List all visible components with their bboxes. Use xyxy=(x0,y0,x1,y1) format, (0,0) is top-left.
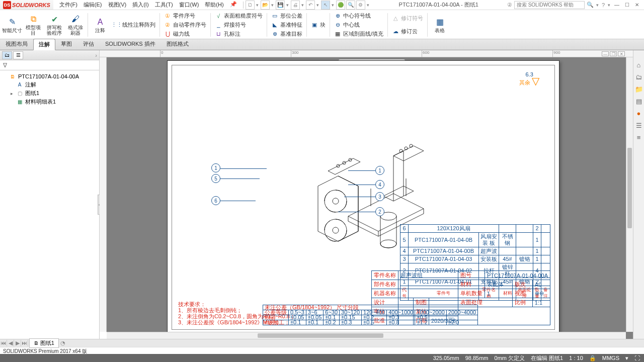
panel-tab-feature-tree-icon[interactable]: 🗂 xyxy=(2,51,12,59)
sheet-nav-first-icon[interactable]: ⏮ xyxy=(0,340,7,346)
datum-target-button[interactable]: ⊕基准目标 xyxy=(269,30,304,38)
weld-symbol-button[interactable]: ⎯焊接符号 xyxy=(213,21,265,29)
qa-undo-icon[interactable]: ↶ xyxy=(306,1,315,10)
balloon-4r[interactable]: 4 xyxy=(375,180,384,189)
menu-pin-icon[interactable]: 📌 xyxy=(228,0,239,10)
gw-close-icon[interactable]: ✕ xyxy=(618,51,625,56)
blocks-button[interactable]: ▣块 xyxy=(309,21,328,29)
balloon-1r[interactable]: 1 xyxy=(375,166,384,175)
tree-root[interactable]: 🗎PTC171007A-01-04-00A xyxy=(1,72,98,80)
add-sheet-button[interactable]: ◔ xyxy=(59,340,67,346)
spell-check-button[interactable]: ✔拼写检 验程序 xyxy=(44,11,64,39)
menu-window[interactable]: 窗口(W) xyxy=(177,0,201,10)
datum-button[interactable]: ◣基准特征 xyxy=(269,21,304,29)
balloon-1l[interactable]: 1 xyxy=(211,163,220,172)
tab-addins[interactable]: SOLIDWORKS 插件 xyxy=(100,38,161,50)
tree-sheet1[interactable]: ▸▢图纸1 xyxy=(1,89,98,98)
qa-options-dropdown[interactable]: ▾ xyxy=(366,3,370,8)
menu-help[interactable]: 帮助(H) xyxy=(203,0,225,10)
tp-appearances-icon[interactable]: ● xyxy=(634,109,643,118)
gtol-button[interactable]: ▭形位公差 xyxy=(269,12,304,20)
auto-balloon-button[interactable]: ②自动零件序号 xyxy=(162,21,208,29)
search-icon[interactable]: 🔍 xyxy=(587,2,594,8)
help-search-glyph-icon: ② xyxy=(507,2,512,8)
gw-minimize-icon[interactable]: — xyxy=(602,51,609,56)
qa-select-icon[interactable]: ↖ xyxy=(321,1,330,10)
menu-file[interactable]: 文件(F) xyxy=(57,0,79,10)
menu-view[interactable]: 视图(V) xyxy=(106,0,129,10)
qa-print-dropdown[interactable]: ▾ xyxy=(301,3,305,8)
scrollbar-horizontal[interactable] xyxy=(107,332,626,339)
balloon-3r[interactable]: 3 xyxy=(375,192,384,201)
linear-pattern-button[interactable]: ⋮⋮线性注释阵列 xyxy=(111,21,157,29)
sheet-nav-prev-icon[interactable]: ◀ xyxy=(7,340,14,346)
qa-select-dropdown[interactable]: ▾ xyxy=(331,3,335,8)
whatsthis-icon[interactable]: ? xyxy=(602,2,605,8)
model-items-button[interactable]: ⧉模型项 目 xyxy=(23,11,43,39)
centerline-button[interactable]: ⊖中心线 xyxy=(332,21,385,29)
tab-evaluate[interactable]: 评估 xyxy=(77,38,100,50)
sheet-nav-next-icon[interactable]: ▶ xyxy=(14,340,21,346)
maximize-button[interactable]: ☐ xyxy=(623,2,631,9)
table-button[interactable]: ▦表格 xyxy=(430,11,450,39)
tree-filter-icon[interactable]: ∇ xyxy=(0,60,99,70)
balloon-6l[interactable]: 6 xyxy=(211,196,220,205)
tp-custom-props-icon[interactable]: ☰ xyxy=(634,121,643,130)
menu-edit[interactable]: 编辑(E) xyxy=(82,0,104,10)
area-hatch-button[interactable]: ▦区域剖面线/填充 xyxy=(332,30,385,38)
tp-library-icon[interactable]: 📁 xyxy=(634,84,643,94)
panel-expand-icon[interactable]: › xyxy=(95,52,97,58)
tab-sheet-format[interactable]: 图纸格式 xyxy=(161,38,194,50)
balloon-button[interactable]: ①零件序号 xyxy=(162,12,208,20)
status-units[interactable]: MMGS xyxy=(602,355,619,361)
rev-cloud-button[interactable]: ☁修订云 xyxy=(390,27,425,36)
tab-view-layout[interactable]: 视图布局 xyxy=(0,38,33,50)
qa-undo-dropdown[interactable]: ▾ xyxy=(316,3,320,8)
qa-rebuild-icon[interactable]: 🟢 xyxy=(336,1,345,10)
sheet-border: 6.3 其余 ▽ xyxy=(172,65,555,330)
qa-open-icon[interactable]: 📂 xyxy=(261,1,270,10)
status-maximize-icon[interactable]: ⛶ xyxy=(634,355,640,361)
drawing-sheet[interactable]: 6.3 其余 ▽ xyxy=(167,60,559,334)
qa-save-dropdown[interactable]: ▾ xyxy=(286,3,290,8)
status-scale[interactable]: 1 : 10 xyxy=(569,355,583,361)
qa-new-icon[interactable]: 🗋 xyxy=(246,1,255,10)
menu-insert[interactable]: 插入(I) xyxy=(130,0,150,10)
tp-view-palette-icon[interactable]: ▤ xyxy=(634,97,643,106)
qa-options-icon[interactable]: ⚙ xyxy=(356,1,365,10)
panel-tab-property-icon[interactable]: ☰ xyxy=(13,51,23,59)
minimize-button[interactable]: — xyxy=(613,2,621,9)
hole-callout-button[interactable]: ⊔孔标注 xyxy=(213,30,265,38)
balloon-2r[interactable]: 2 xyxy=(375,207,384,216)
drawing-canvas[interactable]: 0 300 600 900 — ❐ ✕ 🔍 ◰ ↶ ◫ ▤ 👁 ⋯ xyxy=(100,50,644,339)
qa-filesearch-icon[interactable]: 🔍 xyxy=(346,1,355,10)
balloon-5l[interactable]: 5 xyxy=(211,174,220,183)
status-lock-icon[interactable]: 🔒 xyxy=(589,355,596,361)
note-button[interactable]: A注释 xyxy=(90,11,110,39)
tree-bom[interactable]: ▦材料明细表1 xyxy=(1,98,98,106)
qa-new-dropdown[interactable]: ▾ xyxy=(256,3,260,8)
tree-annotations[interactable]: A注解 xyxy=(1,80,98,89)
center-mark-button[interactable]: ⊕中心符号线 xyxy=(332,12,385,20)
sheet-tab-1[interactable]: 🗎 图纸1 xyxy=(29,338,59,348)
tp-resources-icon[interactable]: 🗂 xyxy=(634,72,643,81)
menu-tools[interactable]: 工具(T) xyxy=(153,0,175,10)
magnet-line-button[interactable]: ⋃磁力线 xyxy=(162,30,208,38)
qa-save-icon[interactable]: 💾 xyxy=(276,1,285,10)
smart-dimension-button[interactable]: ✎智能尺寸 xyxy=(2,11,22,39)
help-search-input[interactable] xyxy=(514,1,585,9)
gw-restore-icon[interactable]: ❐ xyxy=(610,51,617,56)
status-flag-icon[interactable]: ▾ xyxy=(625,355,628,361)
rev-symbol-button[interactable]: △修订符号 xyxy=(390,14,425,23)
tp-forum-icon[interactable]: ≡ xyxy=(634,133,643,142)
tab-sketch[interactable]: 草图 xyxy=(55,38,77,50)
scrollbar-vertical[interactable] xyxy=(626,57,633,332)
tab-annotate[interactable]: 注解 xyxy=(33,39,55,50)
tp-home-icon[interactable]: ⌂ xyxy=(634,60,643,69)
sheet-nav-last-icon[interactable]: ⏭ xyxy=(21,340,28,346)
format-painter-button[interactable]: 🖌格式涂 刷器 xyxy=(65,11,86,39)
qa-print-icon[interactable]: 🖨 xyxy=(291,1,300,10)
close-button[interactable]: ✕ xyxy=(633,2,641,9)
qa-open-dropdown[interactable]: ▾ xyxy=(271,3,275,8)
surface-finish-button[interactable]: √表面粗糙度符号 xyxy=(213,12,265,20)
